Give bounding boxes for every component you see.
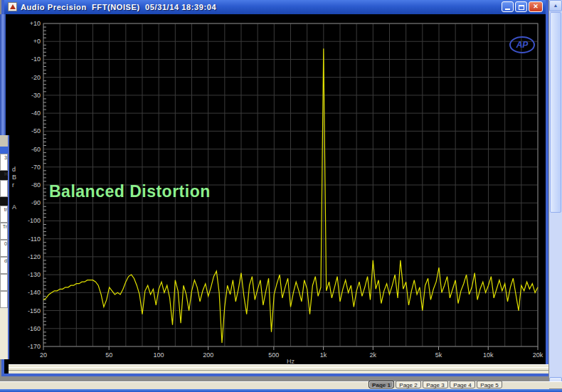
- panel-fragment-cell: Tr: [0, 223, 8, 240]
- minimize-icon: [505, 9, 510, 10]
- page-tab[interactable]: Page 3: [423, 381, 448, 388]
- page-tab[interactable]: Page 2: [396, 381, 421, 388]
- scroll-up-button[interactable]: ▲: [549, 0, 562, 11]
- y-tick-label: -150: [28, 307, 41, 314]
- panel-fragment-cell: tr: [0, 206, 8, 223]
- x-tick-label: 2k: [370, 351, 377, 359]
- window-controls: ✕: [502, 1, 543, 12]
- panel-fragment-cell: 0: [0, 240, 8, 257]
- window-titlebar[interactable]: Audio Precision FFT(NOISE) 05/31/14 18:3…: [4, 0, 546, 14]
- window-title: Audio Precision FFT(NOISE) 05/31/14 18:3…: [21, 3, 216, 11]
- x-tick-label: 200: [203, 351, 213, 359]
- x-axis-unit-label: Hz: [287, 358, 295, 364]
- y-tick-label: -50: [31, 127, 41, 134]
- y-tick-label: -90: [31, 199, 41, 206]
- x-tick-label: 20k: [533, 351, 544, 359]
- y-tick-label: -70: [31, 164, 41, 171]
- y-axis-unit-label: d B r: [12, 166, 16, 189]
- app-icon[interactable]: [8, 2, 17, 11]
- y-tick-label: +0: [33, 38, 41, 45]
- background-window-border: [0, 14, 6, 135]
- x-tick-label: 20: [40, 351, 47, 359]
- y-tick-label: -130: [28, 271, 41, 278]
- page-tab[interactable]: Page 5: [477, 381, 502, 388]
- maximize-button[interactable]: [515, 1, 527, 12]
- y-axis-weighting-label: A: [12, 203, 16, 211]
- x-tick-label: 500: [268, 351, 279, 359]
- vertical-scrollbar[interactable]: ▲ ▼: [549, 0, 562, 388]
- panel-fragment-cell: [0, 274, 8, 291]
- y-tick-label: -30: [31, 92, 41, 99]
- y-tick-label: -100: [28, 217, 41, 224]
- x-tick-label: 50: [105, 351, 112, 359]
- fft-window: Audio Precision FFT(NOISE) 05/31/14 18:3…: [1, 0, 548, 376]
- graph-annotation: Balanced Distortion: [49, 182, 211, 201]
- y-tick-label: -120: [28, 253, 41, 260]
- horizontal-scrollbar[interactable]: [9, 367, 548, 371]
- y-tick-label: -10: [31, 55, 41, 63]
- panel-fragment-cell: H: [0, 171, 8, 180]
- scrollbar-thumb[interactable]: [550, 12, 561, 213]
- y-tick-label: -160: [28, 325, 41, 332]
- screen: Audio Precision FFT(NOISE) 05/31/14 18:3…: [0, 0, 562, 392]
- y-tick-label: +10: [30, 20, 41, 27]
- y-tick-label: -170: [28, 343, 41, 350]
- panel-fragment-cell: [0, 291, 8, 308]
- y-tick-label: -20: [31, 74, 41, 81]
- background-panel-fragment: 3HtrTr0d: [0, 135, 9, 359]
- x-tick-label: 10k: [483, 351, 494, 359]
- y-tick-label: -60: [31, 146, 41, 153]
- minimize-button[interactable]: [502, 1, 514, 12]
- window-bottom-strip: [9, 364, 548, 374]
- panel-fragment-cell: [0, 147, 8, 154]
- y-tick-label: -40: [31, 110, 41, 117]
- panel-fragment-cell: [0, 180, 8, 197]
- page-tab[interactable]: Page 1: [369, 381, 394, 388]
- panel-fragment-cell: [0, 135, 8, 147]
- x-tick-label: 1k: [320, 351, 327, 359]
- y-tick-label: -110: [28, 235, 41, 243]
- y-tick-label: -80: [31, 181, 41, 189]
- y-tick-label: -140: [28, 289, 41, 296]
- page-tab[interactable]: Page 4: [450, 381, 475, 388]
- panel-fragment-cell: 3: [0, 154, 8, 171]
- close-button[interactable]: ✕: [529, 1, 543, 12]
- taskbar-edge: [0, 389, 562, 392]
- panel-fragment-cell: d: [0, 257, 8, 274]
- panel-fragment-cell: [0, 197, 8, 206]
- app-icon-glyph: [10, 4, 16, 9]
- maximize-icon: [519, 5, 524, 10]
- ap-logo-text: AP: [516, 40, 529, 50]
- x-tick-label: 5k: [435, 351, 442, 359]
- x-tick-label: 100: [153, 351, 164, 359]
